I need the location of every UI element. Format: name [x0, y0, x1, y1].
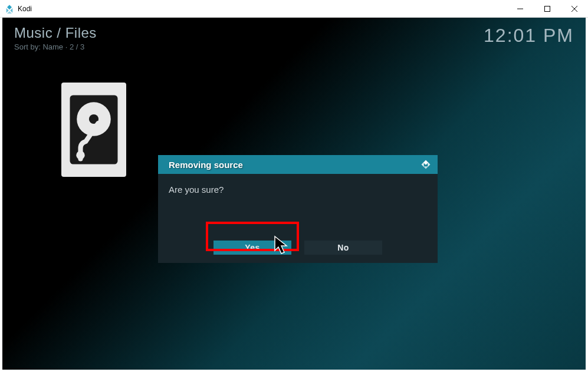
no-button[interactable]: No — [304, 241, 382, 255]
clock: 12:01 PM — [484, 25, 574, 47]
yes-button[interactable]: Yes — [213, 241, 291, 255]
svg-rect-1 — [545, 6, 550, 11]
kodi-app-icon — [5, 4, 14, 14]
kodi-main-area: Music / Files Sort by: Name · 2 / 3 12:0… — [2, 18, 586, 370]
minimize-button[interactable] — [507, 0, 534, 17]
window-title: Kodi — [18, 5, 32, 13]
dialog-body: Are you sure? Yes No — [158, 174, 438, 263]
dialog-header: Removing source — [158, 155, 438, 174]
dialog-title: Removing source — [169, 160, 243, 170]
breadcrumb: Music / Files — [14, 25, 97, 41]
sort-info: Sort by: Name · 2 / 3 — [14, 42, 97, 51]
window-controls — [507, 0, 588, 17]
dialog-message: Are you sure? — [169, 185, 427, 195]
hdd-icon — [67, 91, 120, 168]
dialog-buttons: Yes No — [169, 241, 427, 255]
source-item-icon[interactable] — [61, 83, 126, 177]
svg-point-7 — [76, 151, 84, 159]
close-button[interactable] — [561, 0, 588, 17]
confirmation-dialog: Removing source Are you sure? Yes No — [158, 155, 438, 263]
kodi-header: Music / Files Sort by: Name · 2 / 3 — [14, 25, 97, 51]
window-titlebar: Kodi — [0, 0, 588, 18]
kodi-logo-icon — [420, 159, 432, 170]
maximize-button[interactable] — [534, 0, 561, 17]
